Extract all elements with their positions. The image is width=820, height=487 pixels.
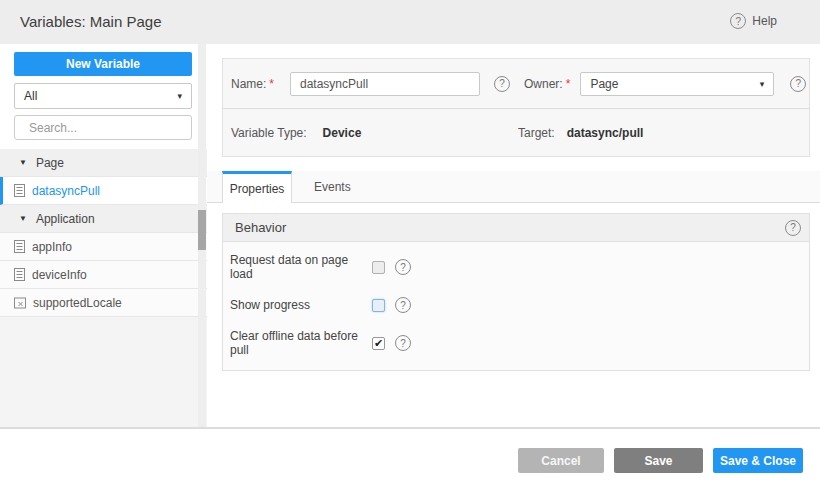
property-row: Show progress ✔ ? <box>223 290 809 320</box>
required-marker: * <box>269 77 274 91</box>
property-help-icon[interactable]: ? <box>395 335 411 351</box>
behavior-help-icon[interactable]: ? <box>785 220 801 236</box>
name-label: Name: <box>231 77 266 91</box>
tree-group-label: Page <box>36 156 64 170</box>
sidebar-empty-area <box>0 317 207 427</box>
behavior-panel: Behavior ? Request data on page load ✔ ?… <box>222 213 810 371</box>
name-help-icon[interactable]: ? <box>494 76 510 92</box>
tree-item-label: supportedLocale <box>33 296 122 310</box>
sidebar-scrollbar-track[interactable] <box>198 44 206 427</box>
request-data-on-page-load-checkbox[interactable]: ✔ <box>372 261 385 274</box>
tab-label: Properties <box>230 182 285 196</box>
tree-group-label: Application <box>36 212 95 226</box>
variable-search[interactable] <box>14 115 192 140</box>
help-label: Help <box>752 14 777 28</box>
property-row: Clear offline data before pull ✔ ? <box>223 328 809 358</box>
tab-label: Events <box>314 180 351 194</box>
check-icon: ✔ <box>374 338 383 349</box>
new-variable-button[interactable]: New Variable <box>14 52 192 76</box>
tree-item-label: appInfo <box>32 240 72 254</box>
variables-sidebar: New Variable All ▾ ▼ Page datasyncPull ▼ <box>0 44 207 427</box>
device-variable-icon <box>14 240 25 253</box>
tree-item-deviceinfo[interactable]: deviceInfo <box>0 261 207 289</box>
help-icon: ? <box>730 13 746 29</box>
device-variable-icon <box>14 184 25 197</box>
show-progress-checkbox[interactable]: ✔ <box>372 299 385 312</box>
owner-select[interactable]: Page ▾ <box>580 72 774 96</box>
tree-item-label: deviceInfo <box>32 268 87 282</box>
save-and-close-button[interactable]: Save & Close <box>713 448 803 473</box>
behavior-panel-header: Behavior ? <box>223 214 809 242</box>
tree-item-appinfo[interactable]: appInfo <box>0 233 207 261</box>
tree-group-application[interactable]: ▼ Application <box>0 205 207 233</box>
save-button[interactable]: Save <box>614 448 703 473</box>
behavior-title: Behavior <box>235 220 286 235</box>
property-row: Request data on page load ✔ ? <box>223 252 809 282</box>
variable-type-value: Device <box>323 126 362 140</box>
device-variable-icon <box>14 268 25 281</box>
cancel-button[interactable]: Cancel <box>518 448 604 473</box>
chevron-down-icon: ▾ <box>760 79 765 89</box>
model-variable-icon <box>14 297 26 309</box>
sidebar-scrollbar-thumb[interactable] <box>198 210 206 250</box>
title-bar: Variables: Main Page ? Help <box>0 0 820 44</box>
owner-label: Owner: <box>524 77 563 91</box>
search-input[interactable] <box>29 121 184 135</box>
filter-selected-value: All <box>24 89 37 103</box>
variables-tree: ▼ Page datasyncPull ▼ Application app <box>0 149 207 317</box>
variable-detail-panel: Name: * ? Owner: * Page ▾ ? Variable Typ… <box>207 44 820 427</box>
footer-bar: Cancel Save Save & Close <box>0 427 820 487</box>
variable-filter-select[interactable]: All ▾ <box>14 83 192 109</box>
property-label: Clear offline data before pull <box>230 329 372 357</box>
tree-item-label: datasyncPull <box>32 184 100 198</box>
tree-group-page[interactable]: ▼ Page <box>0 149 207 177</box>
tree-item-datasyncpull[interactable]: datasyncPull <box>0 177 207 205</box>
tree-item-supportedlocale[interactable]: supportedLocale <box>0 289 207 317</box>
page-title: Variables: Main Page <box>20 13 161 30</box>
required-marker: * <box>566 77 571 91</box>
owner-selected-value: Page <box>590 77 618 91</box>
detail-tab-bar: Properties Events <box>207 171 820 203</box>
property-label: Show progress <box>230 298 372 312</box>
property-help-icon[interactable]: ? <box>395 259 411 275</box>
target-value: datasync/pull <box>567 126 644 140</box>
collapse-icon: ▼ <box>19 158 27 167</box>
property-help-icon[interactable]: ? <box>395 297 411 313</box>
clear-offline-data-before-pull-checkbox[interactable]: ✔ <box>372 337 385 350</box>
owner-help-icon[interactable]: ? <box>790 76 806 92</box>
chevron-down-icon: ▾ <box>177 91 182 101</box>
variable-summary-panel: Name: * ? Owner: * Page ▾ ? Variable Typ… <box>222 58 810 157</box>
tab-events[interactable]: Events <box>292 171 373 203</box>
variable-type-label: Variable Type: <box>231 126 307 140</box>
collapse-icon: ▼ <box>19 214 27 223</box>
tab-properties[interactable]: Properties <box>222 171 292 203</box>
target-label: Target: <box>518 126 555 140</box>
name-input[interactable] <box>290 72 480 96</box>
property-label: Request data on page load <box>230 253 372 281</box>
help-button[interactable]: ? Help <box>730 13 777 29</box>
